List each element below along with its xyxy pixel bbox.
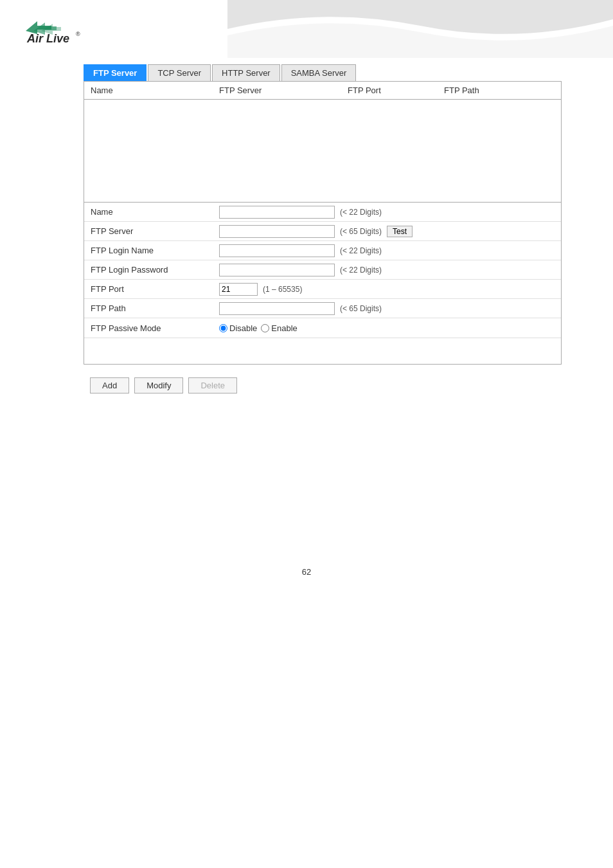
form-row-ftp-login-password: FTP Login Password (< 22 Digits) [84, 260, 561, 280]
value-name: (< 22 Digits) [219, 206, 555, 219]
hint-ftp-server: (< 65 Digits) [340, 227, 382, 236]
page-number: 62 [302, 567, 311, 577]
radio-enable-text: Enable [271, 323, 297, 333]
value-ftp-passive-mode: Disable Enable [219, 323, 555, 333]
tab-bar: FTP Server TCP Server HTTP Server SAMBA … [84, 64, 613, 81]
label-ftp-login-password: FTP Login Password [91, 265, 219, 275]
form-row-ftp-server: FTP Server (< 65 Digits) Test [84, 222, 561, 241]
header-decoration [227, 0, 613, 58]
value-ftp-login-name: (< 22 Digits) [219, 244, 555, 257]
form-row-ftp-path: FTP Path (< 65 Digits) [84, 299, 561, 318]
value-ftp-server: (< 65 Digits) Test [219, 225, 555, 238]
form-row-name: Name (< 22 Digits) [84, 203, 561, 222]
test-button[interactable]: Test [387, 226, 413, 237]
label-ftp-path: FTP Path [91, 303, 219, 313]
tab-tcp-server[interactable]: TCP Server [148, 64, 211, 81]
form-row-ftp-port: FTP Port (1 – 65535) [84, 280, 561, 299]
col-ftp-port: FTP Port [348, 86, 444, 95]
radio-disable[interactable] [219, 324, 227, 332]
input-ftp-login-name[interactable] [219, 244, 335, 257]
table-header: Name FTP Server FTP Port FTP Path [84, 82, 561, 100]
modify-button[interactable]: Modify [134, 377, 183, 393]
header: Air Live ® [0, 0, 613, 57]
form-row-ftp-passive-mode: FTP Passive Mode Disable Enable [84, 318, 561, 338]
col-ftp-path: FTP Path [444, 86, 555, 95]
value-ftp-path: (< 65 Digits) [219, 302, 555, 315]
radio-disable-text: Disable [229, 323, 257, 333]
tab-http-server[interactable]: HTTP Server [212, 64, 280, 81]
label-ftp-server: FTP Server [91, 226, 219, 236]
airlive-logo: Air Live ® [19, 12, 122, 50]
hint-ftp-port: (1 – 65535) [263, 285, 302, 294]
form-section: Name (< 22 Digits) FTP Server (< 65 Digi… [84, 203, 561, 338]
form-row-ftp-login-name: FTP Login Name (< 22 Digits) [84, 241, 561, 260]
tab-ftp-server[interactable]: FTP Server [84, 64, 147, 81]
svg-text:Air Live: Air Live [26, 32, 69, 45]
add-button[interactable]: Add [90, 377, 129, 393]
hint-ftp-login-password: (< 22 Digits) [340, 266, 382, 275]
table-data-area [84, 100, 561, 203]
col-ftp-server: FTP Server [219, 86, 348, 95]
input-ftp-path[interactable] [219, 302, 335, 315]
label-ftp-passive-mode: FTP Passive Mode [91, 323, 219, 333]
label-ftp-port: FTP Port [91, 284, 219, 294]
svg-text:®: ® [76, 31, 80, 37]
hint-ftp-login-name: (< 22 Digits) [340, 246, 382, 255]
page-number-area: 62 [0, 567, 613, 577]
radio-enable-label[interactable]: Enable [261, 323, 297, 333]
value-ftp-login-password: (< 22 Digits) [219, 264, 555, 276]
hint-name: (< 22 Digits) [340, 208, 382, 217]
input-ftp-login-password[interactable] [219, 264, 335, 276]
col-name: Name [91, 86, 219, 95]
input-name[interactable] [219, 206, 335, 219]
radio-enable[interactable] [261, 324, 269, 332]
label-ftp-login-name: FTP Login Name [91, 246, 219, 255]
delete-button[interactable]: Delete [188, 377, 237, 393]
tab-samba-server[interactable]: SAMBA Server [281, 64, 357, 81]
hint-ftp-path: (< 65 Digits) [340, 304, 382, 313]
value-ftp-port: (1 – 65535) [219, 283, 555, 296]
buttons-area: Add Modify Delete [84, 365, 613, 406]
input-ftp-server[interactable] [219, 225, 335, 238]
radio-disable-label[interactable]: Disable [219, 323, 257, 333]
input-ftp-port[interactable] [219, 283, 258, 296]
label-name: Name [91, 207, 219, 217]
main-content: Name FTP Server FTP Port FTP Path Name (… [84, 81, 562, 365]
